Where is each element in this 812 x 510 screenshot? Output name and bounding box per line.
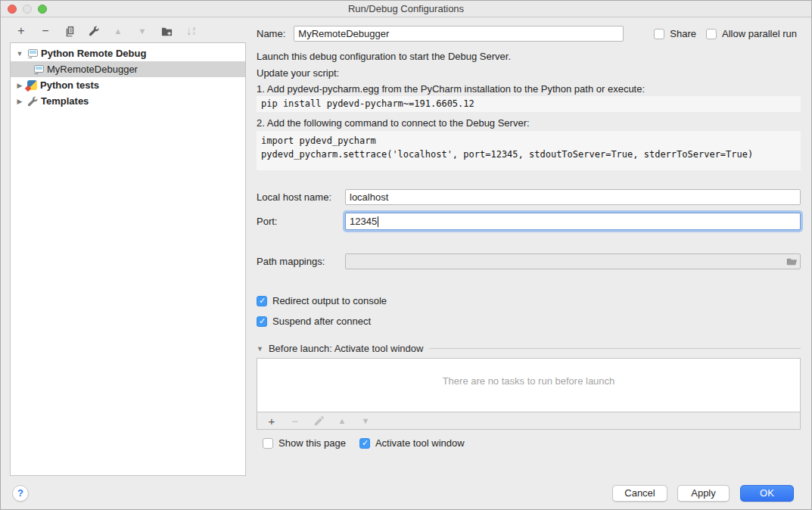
remove-configuration-button[interactable]: − [39,24,52,38]
title-bar: Run/Debug Configurations [1,1,811,17]
copy-configuration-icon[interactable] [63,24,76,38]
move-task-down-button: ▼ [359,414,372,428]
local-host-name-label: Local host name: [257,191,331,203]
before-launch-header[interactable]: ▼ Before launch: Activate tool window [257,343,801,354]
chevron-right-icon[interactable]: ▶ [15,82,24,89]
configuration-form: Name: Share Allow parallel run Launch th… [257,17,801,510]
header-divider [429,348,801,349]
apply-button[interactable]: Apply [677,485,730,502]
run-debug-configurations-dialog: Run/Debug Configurations + − ▲ ▼ ↓az ▼ →… [0,0,812,510]
add-configuration-button[interactable]: + [14,24,28,38]
browse-folder-icon[interactable] [786,256,798,267]
remote-debug-config-icon: → [27,49,38,58]
tree-item-python-tests[interactable]: ▶ Python tests [11,77,245,93]
show-this-page-checkbox[interactable]: Show this page [263,437,346,449]
intro-text: Launch this debug configuration to start… [257,51,511,62]
create-folder-icon[interactable] [160,24,173,38]
templates-wrench-icon [27,96,38,107]
redirect-output-checkbox[interactable]: Redirect output to console [257,295,387,306]
ok-button[interactable]: OK [740,485,794,502]
text-caret [378,216,378,227]
name-input[interactable] [294,26,624,42]
step2-text: 2. Add the following command to connect … [257,117,530,129]
edit-task-pencil-icon [312,414,325,428]
allow-parallel-run-checkbox[interactable]: Allow parallel run [706,28,797,39]
python-tests-icon [27,80,37,90]
local-host-name-input[interactable] [345,189,801,205]
move-up-button: ▲ [111,24,125,38]
chevron-down-icon[interactable]: ▼ [15,50,24,58]
activate-tool-window-checkbox-box[interactable] [359,438,370,449]
edit-defaults-wrench-icon[interactable] [87,24,101,38]
activate-tool-window-checkbox[interactable]: Activate tool window [359,437,465,449]
window-title: Run/Debug Configurations [1,1,811,17]
suspend-after-connect-checkbox[interactable]: Suspend after connect [257,316,371,327]
before-launch-task-list[interactable]: There are no tasks to run before launch [257,358,801,412]
task-list-toolbar: + − ▲ ▼ [257,412,801,430]
add-task-button[interactable]: + [265,414,278,428]
share-checkbox-box[interactable] [654,29,664,39]
path-mappings-input[interactable] [345,253,801,269]
cancel-button[interactable]: Cancel [612,485,667,502]
remote-debug-config-icon: → [33,65,44,74]
path-mappings-label: Path mappings: [257,256,325,267]
show-this-page-checkbox-box[interactable] [263,438,273,449]
port-input[interactable]: 12345 [345,213,801,230]
share-checkbox[interactable]: Share [654,28,696,39]
empty-tasks-text: There are no tasks to run before launch [257,375,800,387]
redirect-output-checkbox-box[interactable] [257,296,267,306]
configurations-tree: ▼ → Python Remote Debug → MyRemoteDebugg… [10,42,246,476]
move-down-button: ▼ [135,24,149,38]
tree-item-myremotedebugger[interactable]: → MyRemoteDebugger [11,61,245,77]
suspend-after-connect-checkbox-box[interactable] [257,316,267,327]
collapse-triangle-icon[interactable]: ▼ [257,345,263,353]
name-label: Name: [257,28,285,39]
settrace-code: import pydevd_pycharm pydevd_pycharm.set… [257,131,801,170]
allow-parallel-run-checkbox-box[interactable] [706,29,717,39]
chevron-right-icon[interactable]: ▶ [15,98,24,105]
configurations-toolbar: + − ▲ ▼ ↓az [14,24,198,38]
remove-task-button: − [288,414,302,428]
sort-configurations-icon: ↓az [184,24,198,38]
move-task-up-button: ▲ [335,414,349,428]
step1-text: 1. Add pydevd-pycharm.egg from the PyCha… [257,83,645,95]
tree-item-templates[interactable]: ▶ Templates [11,93,245,109]
tree-item-python-remote-debug[interactable]: ▼ → Python Remote Debug [11,45,245,61]
help-button[interactable]: ? [12,485,29,502]
update-script-text: Update your script: [257,67,339,79]
port-label: Port: [257,216,277,227]
pip-install-code: pip install pydevd-pycharm~=191.6605.12 [257,96,801,112]
